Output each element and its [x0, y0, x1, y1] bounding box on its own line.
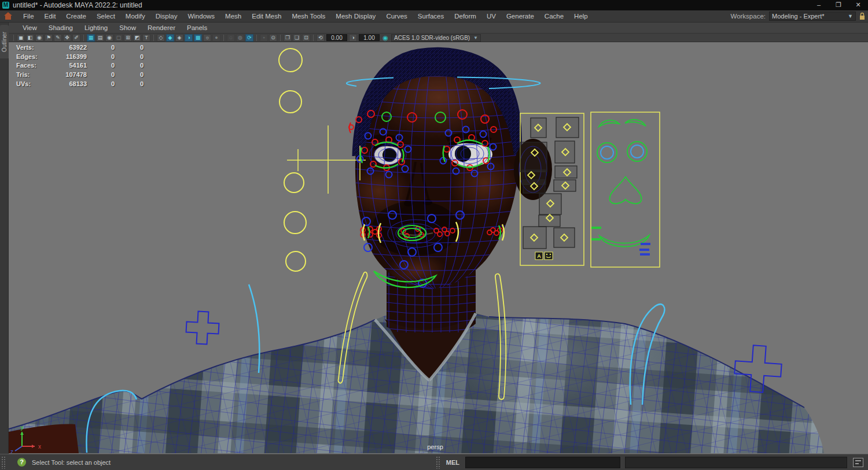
film-gate-icon[interactable]: ▤ — [96, 34, 104, 42]
toolbar-separator — [280, 35, 281, 41]
lighting-icon[interactable]: ☼ — [203, 34, 211, 42]
camera-label: persp — [427, 443, 443, 450]
window-title: untitled* - Autodesk MAYA 2022.2: untitl… — [13, 1, 142, 9]
panel-menu-panels[interactable]: Panels — [181, 24, 213, 31]
anti-alias-icon[interactable]: ⟳ — [245, 34, 253, 42]
field-chart-icon[interactable]: ⊞ — [124, 34, 132, 42]
image-plane-icon[interactable]: ❐ — [284, 34, 292, 42]
toolbar-separator — [153, 35, 154, 41]
grid-icon[interactable]: ▦ — [87, 34, 95, 42]
command-line-language[interactable]: MEL — [446, 459, 459, 466]
colorspace-dropdown[interactable]: ACES 1.0 SDR-video (sRGB) ▼ — [391, 34, 481, 42]
hud-row: Verts:6392200 — [16, 43, 144, 52]
title-bar: M untitled* - Autodesk MAYA 2022.2: unti… — [0, 0, 868, 10]
command-result-field[interactable] — [625, 457, 847, 468]
shadows-icon[interactable]: ● — [212, 34, 220, 42]
menu-deform[interactable]: Deform — [449, 13, 481, 20]
isolate-select-icon[interactable]: ▫ — [260, 34, 268, 42]
script-editor-icon[interactable] — [853, 458, 863, 467]
sculpt-icon[interactable]: ✐ — [72, 34, 80, 42]
menu-help[interactable]: Help — [569, 13, 593, 20]
occlusion-icon[interactable]: ◌ — [227, 34, 235, 42]
menu-curves[interactable]: Curves — [381, 13, 412, 20]
panel-menu-view[interactable]: View — [17, 24, 43, 31]
panel-menu-show[interactable]: Show — [113, 24, 142, 31]
toolbar-icons: ◼◧◉⚑✎✥✐▦▤◉▢⊞◩T◇◆◈◑▩☼●◌◍⟳▫⊙❐❏⊡⟲◑◉ — [11, 34, 390, 42]
selection-highlight-icon[interactable]: ⊙ — [269, 34, 277, 42]
toolbar-separator — [13, 35, 14, 41]
toolbar-separator — [256, 35, 257, 41]
menu-mesh-tools[interactable]: Mesh Tools — [286, 13, 330, 20]
picker-a-button[interactable]: A — [537, 253, 541, 259]
motion-blur-icon[interactable]: ◍ — [236, 34, 244, 42]
polycount-hud: Verts:6392200Edges:11639900Faces:5416100… — [16, 43, 144, 88]
safe-action-icon[interactable]: ◩ — [133, 34, 141, 42]
menu-display[interactable]: Display — [150, 13, 183, 20]
menu-select[interactable]: Select — [91, 13, 120, 20]
menu-modify[interactable]: Modify — [120, 13, 150, 20]
grip-handle[interactable] — [1, 456, 6, 469]
menu-items: FileEditCreateSelectModifyDisplayWindows… — [18, 13, 593, 20]
panel-menu-shading[interactable]: Shading — [43, 24, 79, 31]
panel-menu-bar: ViewShadingLightingShowRendererPanels — [9, 23, 868, 34]
lock-icon[interactable] — [859, 12, 866, 20]
shaded-display-icon[interactable]: ◆ — [166, 34, 174, 42]
svg-text:y: y — [21, 424, 24, 431]
wireframe-on-shaded-icon[interactable]: ◈ — [175, 34, 183, 42]
wireframe-display-icon[interactable]: ◇ — [157, 34, 165, 42]
safe-title-icon[interactable]: T — [142, 34, 150, 42]
menu-cache[interactable]: Cache — [539, 13, 569, 20]
select-camera-icon[interactable]: ◼ — [17, 34, 25, 42]
snapshot-icon[interactable]: ⊡ — [302, 34, 310, 42]
workspace-dropdown[interactable]: Modeling - Expert* ▼ — [769, 12, 856, 21]
menu-edit[interactable]: Edit — [39, 13, 61, 20]
texture-placement-icon[interactable]: ❏ — [293, 34, 301, 42]
home-icon[interactable] — [4, 12, 12, 20]
maya-logo-icon: M — [2, 2, 9, 9]
close-button[interactable]: ✕ — [848, 0, 868, 10]
hud-row: Edges:11639900 — [16, 52, 144, 61]
panel-menu-renderer[interactable]: Renderer — [142, 24, 181, 31]
menu-mesh-display[interactable]: Mesh Display — [330, 13, 381, 20]
lock-camera-icon[interactable]: ◧ — [26, 34, 34, 42]
gamma-icon[interactable]: ◑ — [349, 34, 357, 42]
status-bar: ? Select Tool: select an object MEL — [0, 454, 868, 470]
textured-display-icon[interactable]: ◑ — [185, 34, 193, 42]
menu-windows[interactable]: Windows — [182, 13, 220, 20]
menu-create[interactable]: Create — [61, 13, 91, 20]
menu-file[interactable]: File — [18, 13, 39, 20]
exposure-field[interactable] — [326, 34, 347, 41]
minimize-button[interactable]: – — [809, 0, 829, 10]
left-panel-strip: Outliner — [0, 23, 9, 454]
menu-mesh[interactable]: Mesh — [220, 13, 247, 20]
bookmark-icon[interactable]: ⚑ — [45, 34, 53, 42]
perspective-viewport[interactable]: A — [9, 42, 868, 454]
help-icon[interactable]: ? — [17, 458, 26, 467]
use-default-material-icon[interactable]: ▩ — [194, 34, 202, 42]
main-menu-bar: FileEditCreateSelectModifyDisplayWindows… — [0, 10, 868, 23]
hud-row: Tris:10747800 — [16, 70, 144, 79]
mel-command-input[interactable] — [465, 457, 620, 468]
move-pivot-icon[interactable]: ✥ — [63, 34, 71, 42]
outliner-tab[interactable]: Outliner — [0, 25, 9, 58]
menu-uv[interactable]: UV — [481, 13, 501, 20]
grease-pencil-icon[interactable]: ✎ — [54, 34, 62, 42]
grip-handle[interactable] — [436, 456, 440, 469]
help-line-text: Select Tool: select an object — [32, 459, 435, 466]
toolbar-separator — [83, 35, 84, 41]
menu-generate[interactable]: Generate — [501, 13, 539, 20]
resolution-gate-icon[interactable]: ◉ — [105, 34, 113, 42]
toolbar-separator — [223, 35, 224, 41]
camera-attributes-icon[interactable]: ◉ — [35, 34, 43, 42]
menu-edit-mesh[interactable]: Edit Mesh — [247, 13, 286, 20]
maximize-button[interactable]: ❐ — [829, 0, 848, 10]
workspace-label: Workspace: — [730, 13, 766, 20]
menu-surfaces[interactable]: Surfaces — [413, 13, 449, 20]
svg-text:x: x — [38, 443, 41, 450]
exposure-icon[interactable]: ⟲ — [317, 34, 325, 42]
colorspace-value: ACES 1.0 SDR-video (sRGB) — [394, 35, 470, 41]
gate-mask-icon[interactable]: ▢ — [115, 34, 123, 42]
panel-menu-lighting[interactable]: Lighting — [79, 24, 113, 31]
color-management-icon[interactable]: ◉ — [381, 34, 389, 42]
gamma-field[interactable] — [359, 34, 380, 41]
